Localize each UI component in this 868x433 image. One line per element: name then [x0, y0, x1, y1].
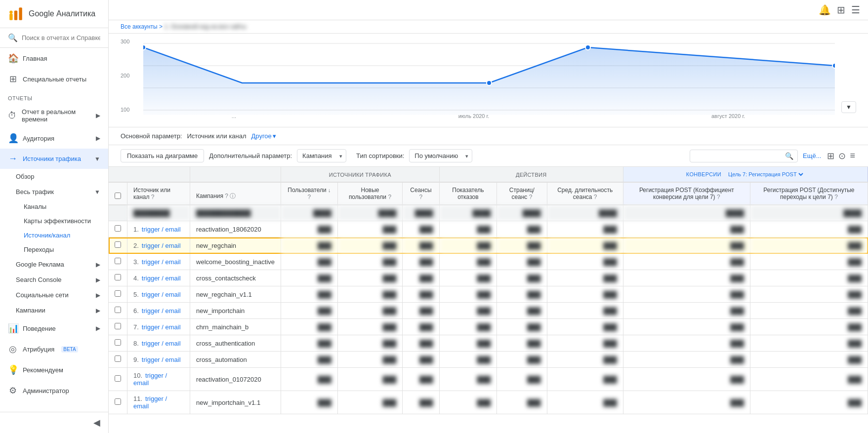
add-param-dropdown[interactable]: Кампания	[297, 149, 346, 162]
row-reach: ███	[750, 319, 868, 335]
users-help-icon[interactable]: ?	[308, 194, 311, 200]
home-icon: 🏠	[8, 53, 18, 64]
reg-post-rate-header[interactable]: Регистрация POST (Коэффициент конверсии …	[623, 182, 750, 205]
totals-reach-cell: ████	[750, 205, 868, 221]
sidebar-item-campaigns[interactable]: Кампании ▶	[0, 303, 108, 318]
sidebar-item-home[interactable]: 🏠 Главная	[0, 48, 108, 69]
row-checkbox[interactable]	[115, 274, 121, 280]
date-picker[interactable]: ▼	[841, 101, 856, 113]
new-users-help-icon[interactable]: ?	[388, 194, 391, 200]
source-link[interactable]: trigger / email	[142, 356, 181, 363]
reg-post-reach-header[interactable]: Регистрация POST (Достигнутые переходы к…	[750, 182, 868, 205]
breadcrumb-all-accounts[interactable]: Все аккаунты	[121, 23, 158, 30]
campaign-help-icon[interactable]: ?	[225, 193, 228, 199]
sidebar-collapse-btn[interactable]: ◀	[0, 412, 108, 433]
sidebar-item-channels[interactable]: Каналы	[0, 199, 108, 214]
sort-type-dropdown-wrapper[interactable]: По умолчанию	[409, 149, 472, 162]
bounce-rate-header[interactable]: Показатель отказов	[439, 182, 497, 205]
source-link[interactable]: trigger / email	[142, 275, 181, 282]
select-all-checkbox[interactable]	[115, 193, 121, 199]
show-chart-btn[interactable]: Показать на диаграмме	[121, 149, 204, 162]
sidebar-item-custom[interactable]: ⊞ Специальные отчеты	[0, 69, 108, 89]
other-param-link[interactable]: Другое ▾	[251, 132, 276, 140]
source-link[interactable]: trigger / email	[142, 340, 181, 347]
sidebar-search-container[interactable]: 🔍	[0, 28, 108, 48]
sessions-header[interactable]: Сеансы ?	[403, 182, 439, 205]
campaign-sort-icon[interactable]: ⓘ	[230, 193, 236, 199]
row-sessions: ███	[403, 286, 439, 303]
sidebar-item-treemaps[interactable]: Карты эффективности	[0, 214, 108, 228]
source-link[interactable]: trigger / email	[142, 307, 181, 315]
sidebar-item-overview[interactable]: Обзор	[0, 169, 108, 184]
rate-help-icon[interactable]: ?	[717, 194, 720, 200]
sidebar-item-attribution[interactable]: ◎ Атрибуция BETA	[0, 339, 108, 359]
row-users: ███	[281, 335, 338, 352]
sidebar-item-admin[interactable]: ⚙ Администратор	[0, 380, 108, 401]
pages-help-icon[interactable]: ?	[529, 194, 533, 200]
goal-select[interactable]: Цель 7: Регистрация POST	[726, 171, 805, 178]
row-bounce: ███	[439, 319, 497, 335]
source-link[interactable]: trigger / email	[142, 242, 181, 249]
source-link[interactable]: trigger / email	[142, 291, 181, 298]
search-input[interactable]	[22, 34, 100, 41]
row-checkbox[interactable]	[115, 241, 121, 248]
row-reach: ███	[750, 352, 868, 368]
row-sessions: ███	[403, 319, 439, 335]
notification-icon[interactable]: 🔔	[819, 4, 831, 16]
source-help-icon[interactable]: ?	[151, 194, 155, 200]
avg-duration-header[interactable]: Сред. длительность сеанса ?	[547, 182, 623, 205]
totals-row: ████████ ████████████ ████ ████ ████ ███…	[109, 205, 868, 221]
source-link[interactable]: trigger / email	[142, 226, 181, 233]
sidebar-item-recommend[interactable]: 💡 Рекомендуем	[0, 359, 108, 380]
campaign-label: Кампания	[196, 193, 223, 199]
sidebar-item-realtime[interactable]: ⏱ Отчет в реальном времени ▶	[0, 103, 108, 128]
table-view-icon[interactable]: ⊞	[826, 150, 835, 162]
sidebar-item-audience[interactable]: 👤 Аудитория ▶	[0, 128, 108, 149]
date-picker-btn[interactable]: ▼	[841, 101, 856, 113]
totals-duration-cell: ████	[547, 205, 623, 221]
more-btn[interactable]: Ещё...	[803, 152, 821, 159]
sidebar-item-social[interactable]: Социальные сети ▶	[0, 287, 108, 303]
sidebar-item-all-traffic[interactable]: Весь трафик ▼	[0, 184, 108, 199]
sidebar-item-source-medium[interactable]: Источник/канал	[0, 228, 108, 242]
sidebar-item-recommend-label: Рекомендуем	[23, 366, 63, 374]
new-users-header[interactable]: Новые пользователи ?	[337, 182, 403, 205]
source-link[interactable]: trigger / email	[142, 258, 181, 266]
row-checkbox[interactable]	[115, 339, 121, 346]
row-checkbox[interactable]	[115, 398, 121, 405]
search-box[interactable]: 🔍	[690, 150, 798, 162]
row-pages: ███	[497, 319, 547, 335]
row-pages: ███	[497, 254, 547, 270]
grid-icon[interactable]: ⊞	[837, 4, 845, 16]
table-search-input[interactable]	[694, 152, 783, 159]
row-checkbox[interactable]	[115, 323, 121, 329]
sessions-help-icon[interactable]: ?	[419, 194, 423, 200]
checkbox-header	[109, 182, 127, 205]
menu-icon[interactable]: ☰	[851, 4, 860, 16]
sidebar-item-referrals[interactable]: Переходы	[0, 242, 108, 257]
pages-per-session-header[interactable]: Страниц/сеанс ?	[497, 182, 547, 205]
settings-icon[interactable]: ≡	[849, 150, 856, 162]
users-header[interactable]: Пользователи ↓ ?	[281, 182, 338, 205]
row-checkbox[interactable]	[115, 307, 121, 313]
row-checkbox[interactable]	[115, 258, 121, 264]
sort-type-dropdown[interactable]: По умолчанию	[409, 149, 472, 162]
sidebar-item-traffic[interactable]: → Источники трафика ▼	[0, 149, 108, 169]
sidebar-item-traffic-label: Источники трафика	[23, 155, 81, 162]
reach-help-icon[interactable]: ?	[834, 194, 838, 200]
pie-view-icon[interactable]: ⊙	[837, 150, 847, 162]
sidebar-item-search-console[interactable]: Search Console ▶	[0, 272, 108, 287]
row-checkbox[interactable]	[115, 225, 121, 232]
row-checkbox[interactable]	[115, 290, 121, 297]
campaign-value: new_importchain_v1.1	[196, 399, 260, 406]
sidebar-item-behavior[interactable]: 📊 Поведение ▶	[0, 318, 108, 339]
row-source: 10.trigger / email	[127, 368, 190, 391]
source-link[interactable]: trigger / email	[142, 323, 181, 331]
chart-x-labels: ... июль 2020 г. август 2020 г.	[121, 113, 856, 119]
totals-source-cell: ████████	[127, 205, 190, 221]
row-checkbox[interactable]	[115, 375, 121, 382]
sidebar-item-google-ads[interactable]: Google Реклама ▶	[0, 257, 108, 272]
row-checkbox[interactable]	[115, 355, 121, 362]
add-param-dropdown-wrapper[interactable]: Кампания	[297, 149, 346, 162]
duration-help-icon[interactable]: ?	[594, 194, 597, 200]
